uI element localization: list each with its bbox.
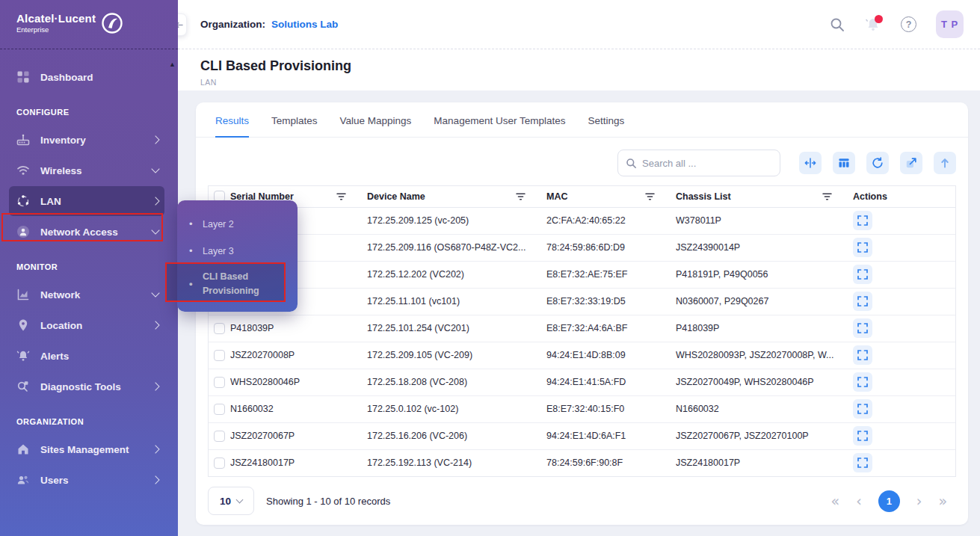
sidebar-item-users[interactable]: Users xyxy=(9,465,164,495)
sidebar-item-diagnostic-tools[interactable]: Diagnostic Tools xyxy=(9,372,164,401)
tab-management-user-templates[interactable]: Management User Templates xyxy=(434,115,565,138)
column-header-mac: MAC xyxy=(546,191,567,202)
pagination: « ‹ 1 › » xyxy=(831,490,956,512)
chassis-cell: P418039P xyxy=(676,315,853,342)
lan-network-icon xyxy=(16,194,30,208)
chevron-down-icon xyxy=(151,164,159,173)
sidebar-item-dashboard[interactable]: Dashboard xyxy=(9,62,164,92)
serial-cell: JSZ24180017P xyxy=(230,449,367,476)
bullet-icon: • xyxy=(189,280,194,289)
sidebar-item-label: Sites Management xyxy=(40,444,129,455)
chevron-down-icon xyxy=(151,289,159,297)
expand-action-button[interactable] xyxy=(853,372,872,392)
sidebar-item-label: Network Access xyxy=(40,227,118,238)
expand-action-button[interactable] xyxy=(853,211,872,230)
upload-button[interactable] xyxy=(934,152,956,174)
search-icon[interactable] xyxy=(829,16,845,33)
expand-action-button[interactable] xyxy=(853,318,872,338)
mac-cell: E8:E7:32:33:19:D5 xyxy=(546,288,676,315)
tab-value-mappings[interactable]: Value Mappings xyxy=(340,115,412,138)
current-page-button[interactable]: 1 xyxy=(878,490,900,512)
table-row: 172.25.209.125 (vc-205)2C:FA:A2:40:65:22… xyxy=(209,207,955,234)
expand-corners-icon xyxy=(857,377,868,387)
serial-cell: N1660032 xyxy=(230,395,367,422)
map-pin-icon xyxy=(16,318,30,332)
sidebar-item-sites-management[interactable]: Sites Management xyxy=(9,434,164,464)
table-toolbar xyxy=(196,138,968,185)
filter-icon[interactable] xyxy=(336,193,346,200)
sidebar-item-lan[interactable]: LAN xyxy=(9,186,164,216)
table-row: WHS20280046P172.25.18.208 (VC-208)94:24:… xyxy=(209,369,955,395)
sidebar-scroll-up-icon[interactable]: ▲ xyxy=(169,61,176,68)
sidebar-item-inventory[interactable]: Inventory xyxy=(9,125,164,155)
chassis-cell: JSZ20270049P, WHS20280046P xyxy=(676,369,853,395)
chassis-cell: JSZ20270067P, JSZ20270100P xyxy=(676,422,853,449)
device-cell: 172.25.12.202 (VC202) xyxy=(367,261,546,288)
expand-corners-icon xyxy=(857,431,868,441)
expand-action-button[interactable] xyxy=(853,453,872,472)
prev-page-button[interactable]: ‹ xyxy=(856,494,862,508)
flyout-item-cli-based-provisioning[interactable]: • CLI Based Provisioning xyxy=(177,265,298,304)
expand-action-button[interactable] xyxy=(853,265,872,284)
expand-action-button[interactable] xyxy=(853,238,872,257)
page-size-value: 10 xyxy=(220,496,231,507)
sidebar-item-location[interactable]: Location xyxy=(9,310,164,340)
expand-action-button[interactable] xyxy=(853,292,872,311)
sidebar-item-label: Diagnostic Tools xyxy=(40,381,121,392)
sidebar-item-label: LAN xyxy=(40,196,61,207)
columns-button[interactable] xyxy=(833,152,855,174)
main-area: Organization: Solutions Lab ? T P CLI Ba… xyxy=(178,0,980,536)
sidebar-item-wireless[interactable]: Wireless xyxy=(9,155,164,185)
expand-corners-icon xyxy=(857,458,868,468)
row-checkbox[interactable] xyxy=(214,404,225,415)
page-size-select[interactable]: 10 xyxy=(208,487,254,515)
sidebar-item-network-access[interactable]: Network Access xyxy=(9,217,164,247)
sidebar: Alcatel·Lucent Enterprise ▲ Dashboard CO… xyxy=(0,0,178,536)
expand-action-button[interactable] xyxy=(853,399,872,419)
row-checkbox[interactable] xyxy=(214,323,225,334)
upload-icon xyxy=(939,157,951,169)
row-checkbox[interactable] xyxy=(214,377,225,388)
tab-settings[interactable]: Settings xyxy=(588,115,624,138)
first-page-button[interactable]: « xyxy=(831,494,840,508)
row-checkbox[interactable] xyxy=(214,458,225,469)
search-input[interactable] xyxy=(642,158,772,169)
tab-results[interactable]: Results xyxy=(215,115,249,138)
lan-submenu-flyout: • Layer 2 • Layer 3 • CLI Based Provisio… xyxy=(177,200,298,312)
mac-cell: 94:24:E1:41:5A:FD xyxy=(546,369,676,395)
sidebar-item-network[interactable]: Network xyxy=(9,280,164,309)
user-circle-icon xyxy=(16,225,30,238)
open-external-button[interactable] xyxy=(900,152,922,174)
filter-icon[interactable] xyxy=(822,193,832,200)
mac-cell: 78:24:59:86:6D:D9 xyxy=(546,234,676,261)
organization-link[interactable]: Solutions Lab xyxy=(271,19,338,30)
expand-action-button[interactable] xyxy=(853,345,872,365)
fit-columns-button[interactable] xyxy=(799,152,822,174)
mac-cell: E8:E7:32:A4:6A:BF xyxy=(546,315,676,342)
brand-block: Alcatel·Lucent Enterprise xyxy=(0,0,178,49)
table-row: 172.25.11.101 (vc101)E8:E7:32:33:19:D5N0… xyxy=(209,288,955,315)
last-page-button[interactable]: » xyxy=(938,494,947,508)
filter-icon[interactable] xyxy=(645,193,655,200)
column-header-device: Device Name xyxy=(367,191,425,202)
user-avatar[interactable]: T P xyxy=(936,10,964,38)
notifications-bell-icon[interactable] xyxy=(865,16,881,33)
expand-action-button[interactable] xyxy=(853,426,872,446)
help-icon[interactable]: ? xyxy=(901,16,916,32)
devices-table: Serial Number Device Name MAC Chassis Li… xyxy=(208,185,956,477)
sidebar-item-alerts[interactable]: Alerts xyxy=(9,341,164,371)
chevron-right-icon xyxy=(151,445,159,453)
row-checkbox[interactable] xyxy=(214,431,225,442)
search-box xyxy=(617,150,780,176)
chevron-down-icon xyxy=(151,226,159,234)
refresh-button[interactable] xyxy=(866,152,889,174)
row-checkbox[interactable] xyxy=(214,350,225,361)
filter-icon[interactable] xyxy=(516,193,526,200)
chassis-cell: WHS20280093P, JSZ20270008P, W... xyxy=(676,342,853,369)
tab-templates[interactable]: Templates xyxy=(271,115,318,138)
mac-cell: E8:E7:32:AE:75:EF xyxy=(546,261,676,288)
flyout-item-layer-3[interactable]: • Layer 3 xyxy=(177,238,298,265)
device-cell: 172.25.11.101 (vc101) xyxy=(367,288,546,315)
flyout-item-layer-2[interactable]: • Layer 2 xyxy=(177,211,298,238)
next-page-button[interactable]: › xyxy=(916,494,922,508)
